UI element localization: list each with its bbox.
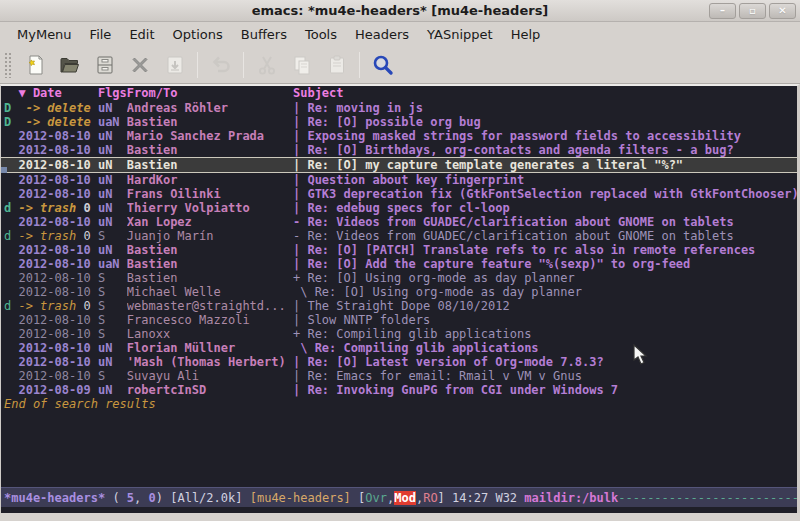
message-row[interactable]: D -> deleteuaNBastien| Re: [O] possible …: [4, 115, 797, 129]
message-subject: | GTK3 deprecation fix (GtkFontSelection…: [293, 187, 797, 201]
modeline-column-number: 0: [149, 491, 156, 505]
mark-indicator: D: [4, 101, 18, 115]
message-subject: | Slow NNTP folders: [293, 313, 797, 327]
open-file-button[interactable]: [52, 49, 87, 81]
message-from: Thierry Volpiatto: [127, 201, 293, 215]
message-row[interactable]: 2012-08-10SSuvayu Ali| Re: Emacs for ema…: [4, 369, 797, 383]
date-field: 2012-08-10: [18, 341, 97, 355]
date-field: 2012-08-10: [18, 355, 97, 369]
window-controls: –▫✕: [709, 3, 796, 19]
mark-indicator: [4, 173, 18, 187]
save-buffer-button: [157, 49, 192, 81]
message-date: 2012-08-10: [18, 187, 90, 201]
mark-indicator: [4, 243, 18, 257]
header-line: ▼ Date Flgs From/To Subject: [4, 86, 797, 101]
menu-edit[interactable]: Edit: [120, 24, 163, 45]
mark-indicator: [4, 187, 18, 201]
message-flags: uN: [98, 158, 127, 172]
message-date: 2012-08-10: [18, 158, 90, 172]
pending-action-label: -> trash: [18, 201, 76, 215]
header-from-col: From/To: [127, 86, 293, 100]
minibuffer[interactable]: [1, 507, 797, 513]
message-from: Frans Oilinki: [127, 187, 293, 201]
header-date-col[interactable]: ▼ Date: [18, 86, 97, 100]
date-field: 2012-08-10: [18, 143, 97, 157]
header-flags-col: Flgs: [98, 86, 127, 100]
mark-indicator: [4, 313, 18, 327]
message-from: Bastien: [127, 243, 293, 257]
menu-options[interactable]: Options: [164, 24, 232, 45]
message-subject: | Re: [O] possible org bug: [293, 115, 797, 129]
message-subject: | Re: moving in js: [293, 101, 797, 115]
message-subject: | Re: edebug specs for cl-loop: [293, 201, 797, 215]
message-row[interactable]: 2012-08-10SLanoxx+ Re: Compiling glib ap…: [4, 327, 797, 341]
message-flags: uN: [98, 129, 127, 143]
message-row[interactable]: 2012-08-10uNFlorian Müllner \ Re: Compil…: [4, 341, 797, 355]
copy-icon: [290, 53, 314, 77]
search-button[interactable]: [365, 49, 400, 81]
message-row[interactable]: 2012-08-10uNXan Lopez- Re: Videos from G…: [4, 215, 797, 229]
message-subject: | Re: [O] my capture template generates …: [293, 158, 797, 172]
message-row[interactable]: 2012-08-10uNBastien| Re: [O] my capture …: [1, 157, 797, 173]
action-target-count: 0: [76, 299, 90, 313]
message-list: D -> deleteuNAndreas Röhler| Re: moving …: [4, 101, 797, 397]
message-subject: | Exposing masked strings for password f…: [293, 129, 797, 143]
message-from: Bastien: [127, 271, 293, 285]
minimize-button[interactable]: –: [709, 3, 736, 19]
message-row[interactable]: 2012-08-10uNFrans Oilinki| GTK3 deprecat…: [4, 187, 797, 201]
close-buffer-icon: [128, 53, 152, 77]
message-subject: | Re: Invoking GnuPG from CGI under Wind…: [293, 383, 797, 397]
close-icon: ✕: [778, 6, 786, 16]
toolbar-separator: [359, 52, 360, 78]
mark-indicator: d: [4, 201, 18, 215]
message-row[interactable]: 2012-08-10SFrancesco Mazzoli| Slow NNTP …: [4, 313, 797, 327]
toolbar-drag-handle[interactable]: [4, 52, 13, 78]
message-subject: | Re: [O] Add the capture feature "%(sex…: [293, 257, 797, 271]
menu-buffers[interactable]: Buffers: [232, 24, 296, 45]
menu-headers[interactable]: Headers: [346, 24, 418, 45]
dired-button[interactable]: [87, 49, 122, 81]
message-from: Juanjo Marín: [127, 229, 293, 243]
message-subject: | Re: [O] Birthdays, org-contacts and ag…: [293, 143, 797, 157]
close-button[interactable]: ✕: [769, 3, 796, 19]
message-row[interactable]: 2012-08-10uN'Mash (Thomas Herbert)| Re: …: [4, 355, 797, 369]
message-subject: | Re: [O] Latest version of Org-mode 7.8…: [293, 355, 797, 369]
menu-bar: MyMenuFileEditOptionsBuffersToolsHeaders…: [0, 22, 800, 46]
menu-mymenu[interactable]: MyMenu: [8, 24, 81, 45]
menu-yasnippet[interactable]: YASnippet: [418, 24, 502, 45]
message-flags: uaN: [98, 115, 127, 129]
message-row[interactable]: 2012-08-10uaNBastien| Re: [O] Add the ca…: [4, 257, 797, 271]
menu-file[interactable]: File: [81, 24, 121, 45]
mark-indicator: [4, 143, 18, 157]
date-field: 2012-08-10: [18, 215, 97, 229]
message-row[interactable]: 2012-08-10uNHardKor| Question about key …: [4, 173, 797, 187]
menu-tools[interactable]: Tools: [296, 24, 346, 45]
message-from: Suvayu Ali: [127, 369, 293, 383]
date-field: 2012-08-10: [18, 313, 97, 327]
maximize-button[interactable]: ▫: [739, 3, 766, 19]
new-file-button[interactable]: [17, 49, 52, 81]
message-row[interactable]: 2012-08-09uNrobertcInSD| Re: Invoking Gn…: [4, 383, 797, 397]
search-icon: [371, 53, 395, 77]
message-row[interactable]: 2012-08-10SMichael Welle \ Re: [O] Using…: [4, 285, 797, 299]
title-bar: emacs: *mu4e-headers* [mu4e-headers] –▫✕: [0, 0, 800, 22]
message-flags: uN: [98, 215, 127, 229]
date-field: -> delete: [18, 115, 97, 129]
modeline-sep: ,: [134, 491, 148, 505]
message-row[interactable]: 2012-08-10uNBastien| Re: [O] Birthdays, …: [4, 143, 797, 157]
modeline-sep: ,: [416, 491, 423, 505]
menu-help[interactable]: Help: [502, 24, 550, 45]
message-row[interactable]: d-> trash 0SJuanjo Marín- Re: Videos fro…: [4, 229, 797, 243]
message-row[interactable]: d-> trash 0uNThierry Volpiatto| Re: edeb…: [4, 201, 797, 215]
frame-border: ▼ Date Flgs From/To Subject D -> deleteu…: [0, 84, 800, 513]
message-row[interactable]: D -> deleteuNAndreas Röhler| Re: moving …: [4, 101, 797, 115]
close-buffer-button[interactable]: [122, 49, 157, 81]
message-row[interactable]: 2012-08-10SBastien+ Re: [O] Using org-mo…: [4, 271, 797, 285]
message-row[interactable]: 2012-08-10uNMario Sanchez Prada| Exposin…: [4, 129, 797, 143]
message-subject: - Re: Videos from GUADEC/clarification a…: [293, 215, 797, 229]
date-field: 2012-08-09: [18, 383, 97, 397]
message-row[interactable]: 2012-08-10uNBastien| Re: [O] [PATCH] Tra…: [4, 243, 797, 257]
mark-indicator: [4, 341, 18, 355]
message-date: 2012-08-10: [18, 327, 90, 341]
message-row[interactable]: d-> trash 0Swebmaster@straightd...| The …: [4, 299, 797, 313]
